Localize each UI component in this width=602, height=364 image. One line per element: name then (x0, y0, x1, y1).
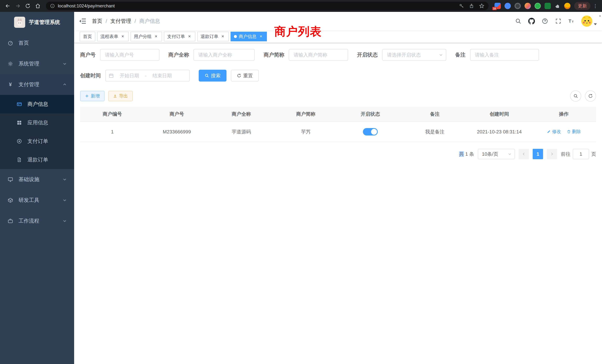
add-button[interactable]: 新增 (80, 91, 105, 101)
sidebar-item-home[interactable]: 首页 (0, 33, 74, 53)
sidebar-item-payment[interactable]: ¥ 支付管理 (0, 74, 74, 95)
chevron-down-icon (508, 152, 512, 156)
cell-full-name: 芋道源码 (209, 122, 274, 142)
url-bar[interactable]: localhost:1024/pay/merchant (46, 2, 489, 10)
browser-update-button[interactable]: 更新 (574, 2, 591, 10)
remark-input[interactable] (470, 49, 539, 61)
sidebar-item-refund-orders[interactable]: 退款订单 (0, 150, 74, 169)
tab-refund-orders[interactable]: 退款订单× (197, 32, 229, 41)
hamburger-icon[interactable] (79, 17, 87, 25)
breadcrumb: 首页 / 支付管理 / 商户信息 (92, 18, 160, 25)
tab-close-icon[interactable]: × (220, 34, 225, 39)
browser-menu-icon[interactable]: ⋮ (592, 3, 598, 9)
github-icon[interactable] (528, 17, 535, 25)
next-page-button[interactable] (547, 149, 557, 159)
browser-refresh-icon[interactable] (24, 2, 32, 10)
bookmark-star-icon[interactable] (479, 3, 484, 9)
extension-icon-5[interactable] (535, 3, 541, 9)
tab-process-form[interactable]: 流程表单× (97, 32, 129, 41)
extensions-puzzle-icon[interactable] (555, 3, 560, 9)
tab-payment-orders[interactable]: 支付订单× (164, 32, 195, 41)
user-menu[interactable] (581, 16, 597, 27)
short-name-input[interactable] (289, 49, 348, 61)
extension-icon-4[interactable] (525, 3, 531, 9)
reset-button[interactable]: 重置 (231, 70, 259, 82)
active-tab-dot (234, 35, 237, 38)
breadcrumb-current: 商户信息 (139, 18, 160, 25)
font-size-icon[interactable]: TT (568, 17, 575, 25)
cell-actions: 修改 删除 (532, 122, 596, 142)
top-navbar: 首页 / 支付管理 / 商户信息 TT (74, 12, 602, 30)
sidebar-item-system[interactable]: 系统管理 (0, 53, 74, 74)
extension-icon-2[interactable] (505, 3, 511, 9)
extension-icon-3[interactable] (515, 3, 521, 9)
briefcase-icon (7, 218, 13, 224)
app-logo[interactable]: 芋道管理系统 (0, 12, 74, 33)
browser-home-icon[interactable] (34, 2, 42, 10)
filter-short-name: 商户简称 (264, 49, 348, 61)
page-number-button[interactable]: 1 (533, 149, 543, 159)
url-text: localhost:1024/pay/merchant (58, 3, 456, 9)
tab-user-group[interactable]: 用户分组× (130, 32, 162, 41)
tab-home[interactable]: 首页 (80, 32, 95, 41)
tab-close-icon[interactable]: × (187, 34, 192, 39)
goto-page-input[interactable] (573, 149, 589, 159)
date-end-input[interactable] (148, 73, 176, 79)
help-icon[interactable] (541, 17, 549, 25)
chevron-down-icon (63, 198, 67, 202)
sidebar-item-dev-tools[interactable]: 研发工具 (0, 190, 74, 211)
delete-link[interactable]: 删除 (567, 129, 581, 135)
chevron-down-icon (439, 53, 443, 57)
tags-view: 首页 流程表单× 用户分组× 支付订单× 退款订单× 商户信息× (74, 30, 602, 43)
browser-back-icon[interactable] (4, 2, 12, 10)
browser-extensions: 10 (494, 3, 570, 9)
sidebar-item-workflow[interactable]: 工作流程 (0, 211, 74, 231)
scrollbar-up-arrow[interactable]: ▲ (599, 14, 601, 17)
pencil-icon (547, 129, 551, 134)
browser-forward-icon[interactable] (14, 2, 22, 10)
sidebar-item-app-info[interactable]: 应用信息 (0, 113, 74, 132)
status-toggle[interactable] (363, 128, 378, 136)
full-name-input[interactable] (194, 49, 255, 61)
page-size-select[interactable]: 10条/页 (478, 149, 515, 159)
browser-profile-avatar[interactable] (564, 3, 570, 9)
search-icon[interactable] (515, 17, 522, 25)
site-info-icon[interactable] (50, 3, 55, 8)
table-header-row: 商户编号 商户号 商户全称 商户简称 开启状态 备注 创建时间 操作 (80, 107, 596, 122)
merchant-no-input[interactable] (100, 49, 159, 61)
filter-create-time: 创建时间 - (80, 70, 190, 82)
status-select[interactable]: 请选择开启状态 (382, 49, 446, 61)
sidebar-item-merchant-info[interactable]: 商户信息 (0, 95, 74, 113)
sidebar: 芋道管理系统 首页 系统管理 ¥ 支付管理 商户信息 应用信息 (0, 12, 74, 364)
tab-merchant-info[interactable]: 商户信息× (231, 32, 267, 41)
password-key-icon[interactable] (459, 3, 464, 9)
user-avatar (581, 16, 592, 27)
fullscreen-icon[interactable] (555, 17, 562, 25)
cell-status (338, 122, 403, 142)
date-range-picker[interactable]: - (105, 70, 190, 82)
toolbox-icon (7, 197, 13, 203)
prev-page-button[interactable] (519, 149, 529, 159)
share-icon[interactable] (469, 3, 474, 9)
sidebar-item-payment-orders[interactable]: 支付订单 (0, 132, 74, 150)
refresh-table-button[interactable] (585, 90, 596, 102)
tab-close-icon[interactable]: × (153, 34, 159, 39)
export-button[interactable]: 导出 (108, 91, 133, 101)
toggle-search-button[interactable] (570, 90, 581, 102)
breadcrumb-payment[interactable]: 支付管理 (110, 18, 131, 25)
calendar-icon (109, 73, 114, 78)
sidebar-item-infrastructure[interactable]: 基础设施 (0, 169, 74, 190)
breadcrumb-home[interactable]: 首页 (92, 18, 102, 25)
date-start-input[interactable] (115, 73, 143, 79)
chevron-left-icon (522, 152, 526, 156)
chevron-up-icon (63, 83, 67, 86)
cell-merchant-no: M233666999 (145, 122, 209, 142)
grid-icon (16, 120, 22, 126)
edit-link[interactable]: 修改 (547, 129, 561, 135)
search-button[interactable]: 搜索 (199, 70, 226, 82)
svg-text:T: T (569, 19, 571, 23)
tab-close-icon[interactable]: × (120, 34, 125, 39)
tab-close-icon[interactable]: × (258, 34, 264, 39)
extension-icon-1[interactable]: 10 (494, 3, 501, 9)
extension-icon-6[interactable] (545, 3, 551, 9)
